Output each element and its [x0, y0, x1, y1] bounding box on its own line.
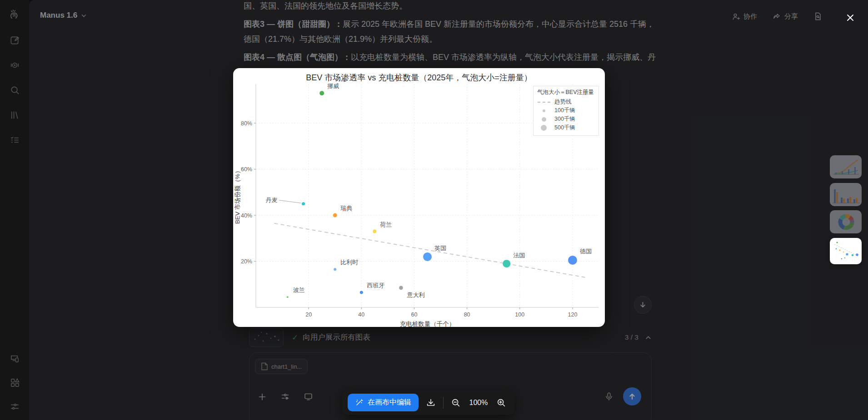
thumbnail-line-chart[interactable]	[830, 155, 862, 178]
bubble-label: 英国	[434, 245, 446, 252]
task-label: 向用户展示所有图表	[303, 332, 370, 342]
task-row[interactable]: ✓ 向用户展示所有图表 3 / 3	[249, 327, 652, 348]
canvas-mode-button[interactable]	[302, 390, 315, 403]
collaborate-button[interactable]: 协作	[730, 10, 759, 23]
add-attachment-button[interactable]	[256, 390, 269, 403]
canvas-toolbar: 在画布中编辑 100%	[342, 390, 514, 415]
settings-sliders-icon[interactable]	[8, 400, 22, 414]
zoom-out-button[interactable]	[448, 395, 464, 410]
bubble-label: 挪威	[327, 83, 339, 89]
bubble-label: 瑞典	[340, 205, 352, 212]
bubble-label: 丹麦	[266, 197, 278, 203]
bubble-label: 法国	[513, 252, 525, 259]
legend-size-circle	[542, 117, 546, 122]
tools-button[interactable]	[279, 390, 292, 403]
app-window: Manus 1.6 协作 分享 国、英国、法国的领先地位及各国增长态势。 图表3…	[0, 0, 868, 420]
svg-text:120: 120	[568, 311, 577, 318]
legend-size-circle	[541, 125, 547, 131]
zoom-level: 100%	[468, 399, 489, 407]
thumbnail-scatter-chart[interactable]	[830, 238, 862, 264]
tasks-icon[interactable]	[8, 133, 22, 147]
thumbnail-bar-chart[interactable]	[830, 183, 862, 206]
legend-size-row: 100千辆	[537, 106, 594, 115]
check-icon: ✓	[292, 333, 298, 342]
collaborate-label: 协作	[743, 12, 757, 21]
bubble-瑞典	[333, 213, 337, 217]
monitor-icon	[304, 392, 313, 401]
compose-icon[interactable]	[8, 33, 22, 47]
legend-size-label: 500千辆	[554, 124, 575, 132]
app-title: Manus 1.6	[40, 11, 77, 20]
legend-trend-label: 趋势线	[554, 98, 572, 106]
send-button[interactable]	[623, 387, 641, 405]
document-preview-button[interactable]	[812, 10, 824, 23]
close-button[interactable]	[843, 11, 857, 25]
thumbnail-donut-chart[interactable]	[830, 210, 862, 233]
bubble-比利时	[334, 268, 336, 271]
arrow-up-icon	[628, 392, 637, 401]
zoom-out-icon	[451, 398, 461, 408]
magic-wand-icon	[355, 398, 364, 407]
close-icon	[845, 13, 855, 23]
legend-title: 气泡大小＝BEV注册量	[537, 89, 594, 96]
workspace-switcher[interactable]: Manus 1.6	[40, 11, 87, 20]
bubble-label: 波兰	[293, 287, 305, 293]
bubble-意大利	[399, 286, 403, 290]
chevron-up-icon[interactable]	[645, 334, 652, 341]
legend-size-circle	[543, 109, 545, 112]
composer-tools	[256, 390, 315, 403]
bubble-label: 德国	[580, 248, 592, 255]
sidebar	[0, 0, 29, 420]
svg-text:80: 80	[464, 311, 470, 318]
chevron-down-icon	[81, 13, 87, 19]
share-button[interactable]: 分享	[771, 10, 800, 23]
bubble-挪威	[319, 91, 324, 95]
agent-icon[interactable]	[8, 58, 22, 72]
svg-text:80%: 80%	[241, 120, 252, 127]
legend-size-label: 300千辆	[554, 115, 575, 123]
svg-text:20%: 20%	[241, 258, 252, 265]
topbar-actions: 协作 分享	[730, 10, 824, 23]
devices-icon[interactable]	[8, 351, 22, 366]
svg-text:60: 60	[411, 311, 418, 318]
bubble-法国	[503, 260, 510, 267]
microphone-icon	[604, 391, 614, 401]
svg-text:充电桩数量（千个）: 充电桩数量（千个）	[400, 321, 455, 327]
bubble-波兰	[287, 296, 289, 298]
chart-legend: 气泡大小＝BEV注册量 趋势线 100千辆300千辆500千辆	[533, 86, 599, 136]
edit-in-canvas-label: 在画布中编辑	[368, 398, 411, 407]
paragraph: 国、英国、法国的领先地位及各国增长态势。	[244, 0, 656, 14]
attachment-chip[interactable]: chart1_lin...	[255, 359, 308, 374]
task-chart-thumbnail[interactable]	[249, 328, 284, 347]
svg-text:60%: 60%	[241, 166, 252, 173]
bubble-西班牙	[360, 291, 363, 294]
trend-line-sample	[538, 102, 550, 103]
file-icon	[261, 362, 268, 371]
scroll-down-button[interactable]	[634, 296, 652, 314]
legend-size-rows: 100千辆300千辆500千辆	[537, 106, 594, 132]
download-button[interactable]	[423, 395, 439, 410]
tune-icon	[280, 392, 290, 401]
sidebar-top-icons	[8, 33, 22, 147]
attachment-filename: chart1_lin...	[271, 363, 302, 370]
search-icon[interactable]	[8, 83, 22, 97]
sidebar-bottom-icons	[8, 351, 22, 414]
bubble-丹麦	[302, 202, 305, 205]
toolbar-divider	[443, 397, 444, 409]
microphone-button[interactable]	[601, 391, 617, 402]
svg-text:40%: 40%	[241, 212, 252, 219]
svg-text:40: 40	[358, 311, 364, 318]
document-icon	[813, 12, 823, 21]
apps-icon[interactable]	[8, 376, 22, 390]
task-progress: 3 / 3	[625, 333, 639, 341]
manus-logo-icon[interactable]	[9, 8, 20, 21]
edit-in-canvas-button[interactable]: 在画布中编辑	[348, 394, 419, 411]
bubble-label: 荷兰	[380, 221, 392, 228]
zoom-in-button[interactable]	[494, 395, 509, 410]
plus-icon	[258, 392, 267, 401]
legend-size-row: 500千辆	[537, 124, 594, 132]
download-icon	[426, 398, 436, 408]
bubble-英国	[423, 252, 432, 261]
svg-text:BEV 市场份额（%）: BEV 市场份额（%）	[234, 168, 241, 224]
library-icon[interactable]	[8, 108, 22, 122]
